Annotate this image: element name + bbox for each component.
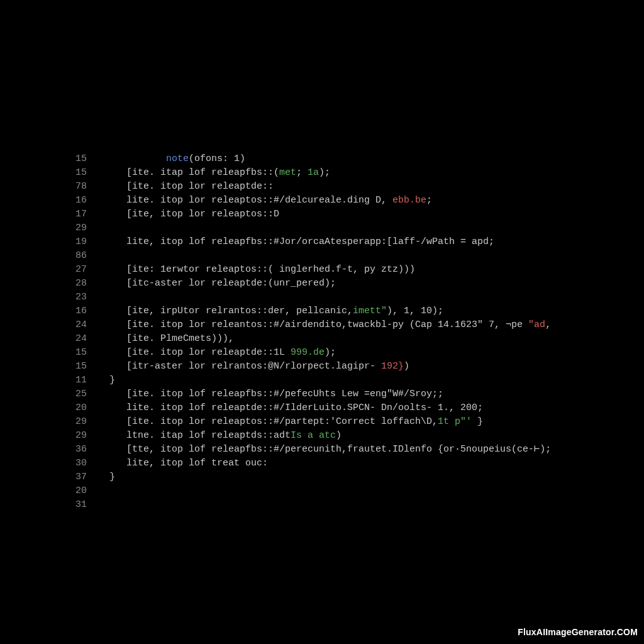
code-text[interactable]: ltne. itap lof releaptds::adtIs a atc): [109, 429, 341, 443]
code-line[interactable]: 31: [69, 498, 619, 512]
code-text[interactable]: lite, itop lof releapfbs::#Jor/orcaAtesp…: [109, 235, 494, 249]
code-token: [itc-aster lor releaptde:(unr_pered);: [109, 278, 336, 289]
code-line[interactable]: 24 [ite. itop lor releantos::#/airdendit…: [69, 318, 619, 332]
code-text[interactable]: lite. itop lor releaptos::#/delcureale.d…: [109, 194, 432, 208]
line-number: 29: [69, 221, 87, 235]
code-line[interactable]: 15 [ite. itop lor releaptde::1L 999.de);: [69, 346, 619, 360]
code-token: lite. itop lor releaptos::#/delcureale.d…: [109, 195, 392, 206]
code-token: 1a: [308, 167, 319, 178]
line-number: 86: [69, 249, 87, 263]
watermark: FluxAIImageGenerator.COM: [518, 625, 638, 639]
code-token: 1t p"': [438, 416, 472, 427]
code-line[interactable]: 15 [ite. itap lof releapfbs::(met; 1a);: [69, 166, 619, 180]
code-token: [ite: 1erwtor releaptos::( inglerhed.f-t…: [109, 264, 415, 275]
code-token: );: [319, 167, 330, 178]
code-line[interactable]: 20: [69, 484, 619, 498]
code-line[interactable]: 15 [itr-aster lor relrantos:@N/rlorpect.…: [69, 360, 619, 374]
code-line[interactable]: 29: [69, 221, 619, 235]
code-line[interactable]: 36 [tte, itop lof releapfbs::#/perecunit…: [69, 443, 619, 457]
code-text[interactable]: [ite. itop lor releantos::#/airdendito,t…: [109, 318, 551, 332]
code-line[interactable]: 23: [69, 291, 619, 304]
code-line[interactable]: 16 lite. itop lor releaptos::#/delcureal…: [69, 194, 619, 208]
code-token: [ite. itop lor releaptde::1L: [109, 347, 291, 358]
line-number: 24: [69, 332, 87, 346]
code-token: Is a atc: [291, 430, 336, 441]
code-token: [ite. PlmeCmets))),: [109, 333, 234, 344]
code-text[interactable]: [ite, itop lor releaptos::D: [109, 208, 279, 221]
line-number: 17: [69, 208, 87, 221]
code-token: [ite. itop lor releaptde::: [109, 181, 274, 192]
line-number: 28: [69, 277, 87, 291]
code-token: ltne. itap lof releaptds::adt: [109, 430, 291, 441]
line-number: 25: [69, 387, 87, 401]
line-number: 15: [69, 360, 87, 374]
code-token: [109, 153, 166, 164]
code-token: ): [336, 430, 341, 441]
code-line[interactable]: 30 lite, itop lof treat ouc:: [69, 457, 619, 470]
line-number: 20: [69, 401, 87, 415]
code-text[interactable]: }: [109, 470, 115, 484]
code-token: 192}: [381, 361, 404, 372]
line-number: 20: [69, 484, 87, 498]
code-text[interactable]: [tte, itop lof releapfbs::#/perecunith,f…: [109, 443, 551, 457]
line-number: 31: [69, 498, 87, 512]
line-number: 27: [69, 263, 87, 277]
line-number: 11: [69, 374, 87, 387]
code-line[interactable]: 37}: [69, 470, 619, 484]
code-token: [ite. itop lof releapfbs::#/pefecUhts Le…: [109, 389, 443, 399]
code-text[interactable]: [ite: 1erwtor releaptos::( inglerhed.f-t…: [109, 263, 415, 277]
code-token: [ite, itop lor releaptos::D: [109, 209, 279, 219]
line-number: 29: [69, 415, 87, 429]
code-line[interactable]: 20 lite. itop lof releaptde::#/IlderLuit…: [69, 401, 619, 415]
code-token: }: [109, 375, 115, 386]
line-number: 36: [69, 443, 87, 457]
code-token: imett": [353, 306, 387, 316]
line-number: 15: [69, 152, 87, 166]
code-line[interactable]: 11}: [69, 374, 619, 387]
code-line[interactable]: 29 [ite. itop lor releaptos::#/partept:'…: [69, 415, 619, 429]
code-token: ;: [296, 167, 308, 178]
code-token: );: [325, 347, 336, 358]
code-token: [itr-aster lor relrantos:@N/rlorpect.lag…: [109, 361, 381, 372]
code-text[interactable]: [ite, irpUtor relrantos::der, pellcanic,…: [109, 304, 443, 318]
code-token: note: [166, 153, 189, 164]
code-text[interactable]: [itr-aster lor relrantos:@N/rlorpect.lag…: [109, 360, 409, 374]
code-token: ): [404, 361, 409, 372]
code-text[interactable]: [ite. PlmeCmets))),: [109, 332, 234, 346]
code-text[interactable]: lite, itop lof treat ouc:: [109, 457, 268, 470]
code-token: [ite. itop lor releantos::#/airdendito,t…: [109, 319, 528, 330]
code-line[interactable]: 86: [69, 249, 619, 263]
code-line[interactable]: 29 ltne. itap lof releaptds::adtIs a atc…: [69, 429, 619, 443]
code-editor[interactable]: 15 note(ofons: 1)15 [ite. itap lof relea…: [69, 152, 619, 512]
code-text[interactable]: [ite. itap lof releapfbs::(met; 1a);: [109, 166, 330, 180]
code-text[interactable]: [ite. itop lor releaptos::#/partept:'Cor…: [109, 415, 483, 429]
code-token: lite, itop lof releapfbs::#Jor/orcaAtesp…: [109, 236, 494, 247]
code-line[interactable]: 28 [itc-aster lor releaptde:(unr_pered);: [69, 277, 619, 291]
code-text[interactable]: }: [109, 374, 115, 387]
code-text[interactable]: lite. itop lof releaptde::#/IlderLuito.S…: [109, 401, 483, 415]
code-token: lite, itop lof treat ouc:: [109, 458, 268, 469]
code-line[interactable]: 16 [ite, irpUtor relrantos::der, pellcan…: [69, 304, 619, 318]
line-number: 15: [69, 346, 87, 360]
code-token: }: [109, 472, 115, 482]
line-number: 15: [69, 166, 87, 180]
code-line[interactable]: 19 lite, itop lof releapfbs::#Jor/orcaAt…: [69, 235, 619, 249]
code-text[interactable]: [ite. itop lor releaptde::1L 999.de);: [109, 346, 336, 360]
code-token: lite. itop lof releaptde::#/IlderLuito.S…: [109, 402, 483, 413]
code-line[interactable]: 15 note(ofons: 1): [69, 152, 619, 166]
code-token: }: [472, 416, 483, 427]
code-line[interactable]: 17 [ite, itop lor releaptos::D: [69, 208, 619, 221]
code-token: [ite. itop lor releaptos::#/partept:'Cor…: [109, 416, 438, 427]
code-token: ebb.be: [392, 195, 426, 206]
code-text[interactable]: [itc-aster lor releaptde:(unr_pered);: [109, 277, 336, 291]
code-text[interactable]: [ite. itop lor releaptde::: [109, 180, 274, 194]
code-text[interactable]: [ite. itop lof releapfbs::#/pefecUhts Le…: [109, 387, 443, 401]
line-number: 24: [69, 318, 87, 332]
code-line[interactable]: 24 [ite. PlmeCmets))),: [69, 332, 619, 346]
code-line[interactable]: 25 [ite. itop lof releapfbs::#/pefecUhts…: [69, 387, 619, 401]
code-line[interactable]: 27 [ite: 1erwtor releaptos::( inglerhed.…: [69, 263, 619, 277]
code-line[interactable]: 78 [ite. itop lor releaptde::: [69, 180, 619, 194]
code-text[interactable]: note(ofons: 1): [109, 152, 245, 166]
line-number: 16: [69, 304, 87, 318]
code-token: [tte, itop lof releapfbs::#/perecunith,f…: [109, 444, 551, 455]
